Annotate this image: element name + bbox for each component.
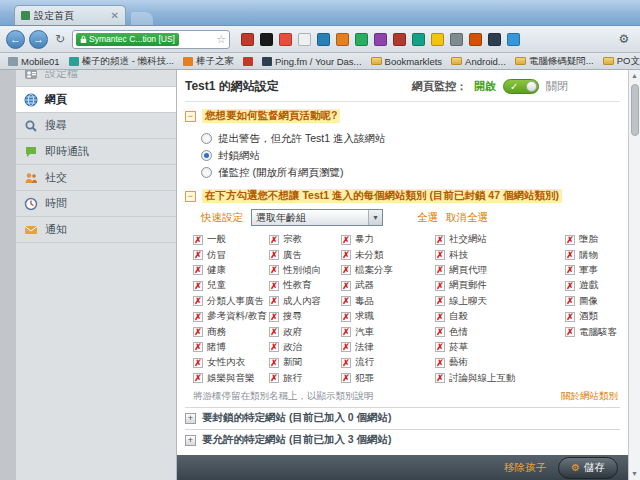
blocked-checkbox-icon[interactable]: ✗: [565, 265, 575, 275]
blocked-checkbox-icon[interactable]: ✗: [565, 235, 575, 245]
scroll-up-icon[interactable]: ▲: [631, 70, 638, 82]
category-checkbox-item[interactable]: ✗女性內衣: [193, 355, 269, 370]
blocked-checkbox-icon[interactable]: ✗: [193, 327, 203, 337]
extension-icon[interactable]: [279, 33, 292, 46]
blocked-checkbox-icon[interactable]: ✗: [193, 312, 203, 322]
ev-certificate-badge[interactable]: Symantec C...tion [US]: [76, 33, 179, 46]
title-bar[interactable]: 設定首頁 ✕: [0, 0, 640, 26]
category-checkbox-item[interactable]: ✗藝術: [435, 355, 565, 370]
blocked-checkbox-icon[interactable]: ✗: [193, 342, 203, 352]
blocked-checkbox-icon[interactable]: ✗: [565, 250, 575, 260]
category-checkbox-item[interactable]: ✗政府: [269, 324, 341, 339]
blocked-checkbox-icon[interactable]: ✗: [565, 312, 575, 322]
blocked-checkbox-icon[interactable]: ✗: [435, 358, 445, 368]
expand-icon[interactable]: +: [185, 435, 196, 446]
blocked-checkbox-icon[interactable]: ✗: [435, 342, 445, 352]
expand-icon[interactable]: +: [185, 413, 196, 424]
extension-icon[interactable]: [298, 33, 311, 46]
browser-tab[interactable]: 設定首頁 ✕: [14, 5, 126, 25]
category-checkbox-item[interactable]: ✗自殺: [435, 309, 565, 324]
blocked-checkbox-icon[interactable]: ✗: [193, 235, 203, 245]
deselect-all-link[interactable]: 取消全選: [446, 211, 488, 225]
blocked-checkbox-icon[interactable]: ✗: [435, 265, 445, 275]
blocked-checkbox-icon[interactable]: ✗: [435, 296, 445, 306]
blocked-checkbox-icon[interactable]: ✗: [565, 296, 575, 306]
address-bar[interactable]: Symantec C...tion [US] ☆: [72, 30, 230, 49]
category-checkbox-item[interactable]: ✗酒類: [565, 309, 620, 324]
category-checkbox-item[interactable]: ✗參考資料/教育: [193, 309, 269, 324]
radio-option[interactable]: 僅監控 (開放所有網頁瀏覽): [201, 164, 620, 181]
blocked-checkbox-icon[interactable]: ✗: [269, 281, 279, 291]
category-checkbox-item[interactable]: ✗健康: [193, 263, 269, 278]
category-checkbox-item[interactable]: ✗遊戲: [565, 278, 620, 293]
blocked-checkbox-icon[interactable]: ✗: [193, 265, 203, 275]
blocked-checkbox-icon[interactable]: ✗: [269, 358, 279, 368]
blocked-checkbox-icon[interactable]: ✗: [341, 312, 351, 322]
blocked-checkbox-icon[interactable]: ✗: [193, 358, 203, 368]
blocked-checkbox-icon[interactable]: ✗: [435, 373, 445, 383]
collapse-icon[interactable]: −: [185, 111, 196, 122]
blocked-checkbox-icon[interactable]: ✗: [341, 358, 351, 368]
extension-icon[interactable]: [241, 33, 254, 46]
bookmark-item[interactable]: Mobile01: [8, 56, 60, 67]
blocked-checkbox-icon[interactable]: ✗: [435, 281, 445, 291]
bookmark-item[interactable]: Ping.fm / Your Das...: [262, 56, 362, 67]
extension-icon[interactable]: [355, 33, 368, 46]
bookmark-item[interactable]: 榛子的頻道 - 懶科技...: [69, 55, 174, 68]
category-checkbox-item[interactable]: ✗娛樂與音樂: [193, 371, 269, 386]
category-checkbox-item[interactable]: ✗討論與線上互動: [435, 371, 565, 386]
blocked-checkbox-icon[interactable]: ✗: [193, 296, 203, 306]
blocked-checkbox-icon[interactable]: ✗: [341, 327, 351, 337]
about-categories-link[interactable]: 關於網站類別: [561, 390, 618, 403]
extension-icon[interactable]: [336, 33, 349, 46]
category-checkbox-item[interactable]: ✗汽車: [341, 324, 435, 339]
bookmark-item[interactable]: [243, 57, 253, 66]
extension-icon[interactable]: [317, 33, 330, 46]
sidebar-item-search[interactable]: 搜尋: [16, 113, 176, 139]
tab-close-icon[interactable]: ✕: [111, 11, 119, 21]
category-checkbox-item[interactable]: ✗法律: [341, 340, 435, 355]
blocked-checkbox-icon[interactable]: ✗: [269, 342, 279, 352]
extension-icon[interactable]: [469, 33, 482, 46]
category-checkbox-item[interactable]: ✗社交網站: [435, 232, 565, 247]
extension-icon[interactable]: [507, 33, 520, 46]
category-checkbox-item[interactable]: ✗性教育: [269, 278, 341, 293]
toggle-knob[interactable]: [526, 81, 537, 92]
radio-button[interactable]: [201, 167, 212, 178]
sidebar-item-im[interactable]: 即時通訊: [16, 139, 176, 165]
forward-button[interactable]: →: [29, 30, 48, 49]
blocked-checkbox-icon[interactable]: ✗: [269, 327, 279, 337]
sidebar-item-social[interactable]: 社交: [16, 165, 176, 191]
category-checkbox-item[interactable]: ✗網頁代理: [435, 263, 565, 278]
category-checkbox-item[interactable]: ✗兒童: [193, 278, 269, 293]
category-checkbox-item[interactable]: ✗流行: [341, 355, 435, 370]
blocked-checkbox-icon[interactable]: ✗: [193, 250, 203, 260]
category-checkbox-item[interactable]: ✗廣告: [269, 247, 341, 262]
category-checkbox-item[interactable]: ✗線上聊天: [435, 294, 565, 309]
blocked-checkbox-icon[interactable]: ✗: [269, 235, 279, 245]
blocked-checkbox-icon[interactable]: ✗: [435, 235, 445, 245]
sidebar-item-web[interactable]: 網頁: [16, 87, 176, 113]
category-checkbox-item[interactable]: ✗軍事: [565, 263, 620, 278]
category-checkbox-item[interactable]: ✗毒品: [341, 294, 435, 309]
sidebar-item-time[interactable]: 時間: [16, 191, 176, 217]
category-checkbox-item[interactable]: ✗成人內容: [269, 294, 341, 309]
sidebar-item-notifications[interactable]: 通知: [16, 217, 176, 243]
blocked-checkbox-icon[interactable]: ✗: [341, 296, 351, 306]
blocked-checkbox-icon[interactable]: ✗: [269, 265, 279, 275]
bookmark-item[interactable]: Android...: [451, 56, 506, 67]
collapse-icon[interactable]: −: [185, 191, 196, 202]
category-checkbox-item[interactable]: ✗政治: [269, 340, 341, 355]
extension-icon[interactable]: [260, 33, 273, 46]
category-checkbox-item[interactable]: ✗科技: [435, 247, 565, 262]
extension-icon[interactable]: [488, 33, 501, 46]
blocked-checkbox-icon[interactable]: ✗: [341, 265, 351, 275]
category-checkbox-item[interactable]: ✗性別傾向: [269, 263, 341, 278]
category-checkbox-item[interactable]: ✗墮胎: [565, 232, 620, 247]
category-checkbox-item[interactable]: ✗商務: [193, 324, 269, 339]
category-checkbox-item[interactable]: ✗旅行: [269, 371, 341, 386]
blocked-checkbox-icon[interactable]: ✗: [565, 281, 575, 291]
back-button[interactable]: ←: [6, 30, 25, 49]
bookmark-item[interactable]: 棒子之家: [183, 55, 234, 68]
age-group-select[interactable]: 選取年齡組 ▼: [251, 209, 383, 226]
